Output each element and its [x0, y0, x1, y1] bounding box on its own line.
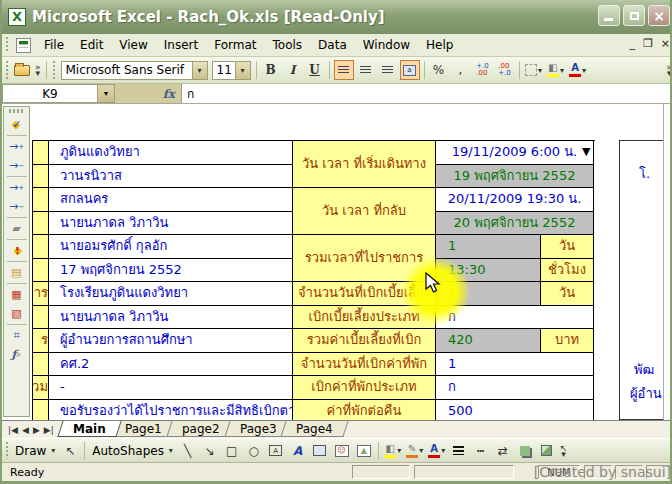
- value-lodging-rate[interactable]: 500: [436, 400, 594, 421]
- label-start-datetime[interactable]: วัน เวลา ที่เริ่มเดินทาง: [293, 141, 436, 188]
- mdi-close-icon[interactable]: ×: [661, 37, 670, 50]
- rectangle-icon[interactable]: □: [222, 441, 242, 461]
- menu-item-help[interactable]: Help: [418, 36, 461, 54]
- insert-picture-icon[interactable]: ▲: [354, 441, 374, 461]
- cell-a7[interactable]: การ: [33, 282, 49, 306]
- menu-item-view[interactable]: View: [111, 36, 155, 54]
- italic-button[interactable]: I: [283, 60, 303, 80]
- font-size-combo[interactable]: 11 ▾: [212, 61, 251, 80]
- value-return-date-thai[interactable]: 20 พฤศจิกายน 2552: [436, 212, 594, 236]
- cell-b7[interactable]: โรงเรียนภูดินแดงวิทยา: [49, 282, 293, 306]
- line-color-button[interactable]: ✎ ▾: [405, 441, 425, 461]
- arrow-style-icon[interactable]: ⇄: [493, 441, 513, 461]
- vertical-scrollbar[interactable]: [663, 104, 672, 420]
- formula-input[interactable]: ก: [181, 84, 672, 103]
- open-file-button[interactable]: [12, 60, 32, 80]
- menu-item-data[interactable]: Data: [310, 36, 355, 54]
- mdi-minimize-icon[interactable]: _: [629, 37, 635, 50]
- cell-a12[interactable]: [33, 400, 49, 421]
- cell-a10[interactable]: [33, 353, 49, 377]
- cell-a5[interactable]: [33, 235, 49, 259]
- remove-dependent-arrows-icon[interactable]: →−: [7, 197, 27, 216]
- menu-item-window[interactable]: Window: [355, 36, 418, 54]
- value-start-datetime[interactable]: 19/11/2009 6:00 น.: [436, 141, 594, 165]
- clear-validation-circles-icon[interactable]: ▧: [7, 304, 27, 323]
- font-color-button[interactable]: A ▾: [568, 60, 588, 80]
- tab-scroll-next-icon[interactable]: ▶: [33, 425, 40, 435]
- menu-item-format[interactable]: Format: [206, 36, 264, 54]
- align-right-button[interactable]: [378, 60, 398, 80]
- cell-b6[interactable]: 17 พฤศจิกายน 2552: [49, 259, 293, 283]
- line-icon[interactable]: ╲: [178, 441, 198, 461]
- line-style-icon[interactable]: [449, 441, 469, 461]
- font-name-combo[interactable]: Microsoft Sans Serif ▾: [61, 61, 208, 80]
- label-lodging-type[interactable]: เบิกค่าที่พักประเภท: [293, 376, 436, 400]
- cell-a6[interactable]: [33, 259, 49, 283]
- font-name-dropdown-icon[interactable]: ▾: [192, 62, 207, 79]
- cell-a11[interactable]: ร่วม: [33, 376, 49, 400]
- cell-b8[interactable]: นายนภาดล วิภาวิน: [49, 306, 293, 330]
- cell-b3[interactable]: สกลนคร: [49, 188, 293, 212]
- remove-all-arrows-icon[interactable]: ▰: [7, 219, 27, 238]
- remove-precedent-arrows-icon[interactable]: →−: [7, 156, 27, 175]
- cell-b1[interactable]: ภูดินแดงวิทยา: [49, 141, 293, 165]
- drawing-toolbar-options-button[interactable]: ↖▾: [558, 445, 570, 457]
- standard-toolbar-grip[interactable]: [4, 61, 9, 79]
- dash-style-icon[interactable]: ┅: [471, 441, 491, 461]
- formatting-toolbar-grip[interactable]: [52, 61, 57, 79]
- cell-b10[interactable]: คศ.2: [49, 353, 293, 377]
- diagram-icon[interactable]: [310, 441, 330, 461]
- maximize-button[interactable]: [623, 5, 645, 26]
- error-checking-icon[interactable]: ◆✓: [7, 115, 27, 134]
- select-objects-icon[interactable]: ↖: [60, 441, 80, 461]
- shadow-style-icon[interactable]: [515, 441, 535, 461]
- font-size-dropdown-icon[interactable]: ▾: [235, 62, 250, 79]
- cell-b2[interactable]: วานรนิวาส: [49, 165, 293, 189]
- circle-invalid-data-icon[interactable]: ▦: [7, 285, 27, 304]
- draw-menu-button[interactable]: Draw ▾: [11, 443, 59, 459]
- oval-icon[interactable]: ○: [244, 441, 264, 461]
- wordart-icon[interactable]: A: [288, 441, 308, 461]
- menu-item-tools[interactable]: Tools: [265, 36, 311, 54]
- unit-days[interactable]: วัน: [541, 235, 594, 259]
- tab-scroll-last-icon[interactable]: ▶|: [44, 425, 54, 435]
- cell-b5[interactable]: นายอมรศักดิ์ กุลอัก: [49, 235, 293, 259]
- menu-item-insert[interactable]: Insert: [156, 36, 206, 54]
- label-lodging-rate[interactable]: ค่าที่พักต่อคืน: [293, 400, 436, 421]
- cell-b9[interactable]: ผู้อำนวยการสถานศึกษา: [49, 329, 293, 353]
- auditing-toolbar-grip[interactable]: [9, 109, 24, 113]
- cell-grid[interactable]: ภูดินแดงวิทยา วัน เวลา ที่เริ่มเดินทาง 1…: [32, 140, 595, 420]
- arrow-icon[interactable]: ↘: [200, 441, 220, 461]
- fill-color-button[interactable]: ◧ ▾: [546, 60, 566, 80]
- cell-b12[interactable]: ขอรับรองว่าได้ไปราชการและมีสิทธิเบิกตามร…: [49, 400, 293, 421]
- label-lodging-days[interactable]: จำนวนวันที่เบิกค่าที่พัก: [293, 353, 436, 377]
- cell-a9[interactable]: ร: [33, 329, 49, 353]
- close-button[interactable]: ×: [648, 5, 670, 26]
- name-box-dropdown-icon[interactable]: ▾: [98, 84, 115, 103]
- autoshapes-menu-button[interactable]: AutoShapes ▾: [88, 443, 177, 459]
- text-box-icon[interactable]: A: [266, 441, 286, 461]
- value-days[interactable]: 1: [436, 235, 541, 259]
- align-center-button[interactable]: [356, 60, 376, 80]
- bold-button[interactable]: B: [261, 60, 281, 80]
- unit-hours[interactable]: ชั่วโมง: [541, 259, 594, 283]
- tab-scroll-first-icon[interactable]: |◀: [8, 425, 18, 435]
- error-alert-icon[interactable]: ◆!: [7, 241, 27, 260]
- increase-decimal-button[interactable]: +.0.00: [473, 60, 493, 80]
- draw-fill-color-button[interactable]: ◧ ▾: [383, 441, 403, 461]
- menu-grip[interactable]: [4, 37, 9, 52]
- sheet-tab-main[interactable]: Main: [57, 421, 121, 437]
- trace-dependents-icon[interactable]: →+: [7, 178, 27, 197]
- show-watch-window-icon[interactable]: ⌗: [7, 326, 27, 345]
- trace-precedents-icon[interactable]: →+: [7, 137, 27, 156]
- percent-style-button[interactable]: %: [429, 60, 449, 80]
- drawing-toolbar-grip[interactable]: [4, 442, 9, 458]
- cell-a8[interactable]: [33, 306, 49, 330]
- name-box[interactable]: K9: [2, 84, 98, 103]
- worksheet[interactable]: ◆✓ →+ →− →+ →− ▰ ◆! ▤ ▦ ▧ ⌗ ƒ⌕ ภูดินแดงว…: [2, 104, 672, 420]
- underline-button[interactable]: U: [305, 60, 325, 80]
- insert-function-icon[interactable]: fx: [163, 87, 175, 101]
- value-start-date-thai[interactable]: 19 พฤศจิกายน 2552: [436, 165, 594, 189]
- decrease-decimal-button[interactable]: .00+.0: [495, 60, 515, 80]
- cell-b4[interactable]: นายนภาดล วิภาวิน: [49, 212, 293, 236]
